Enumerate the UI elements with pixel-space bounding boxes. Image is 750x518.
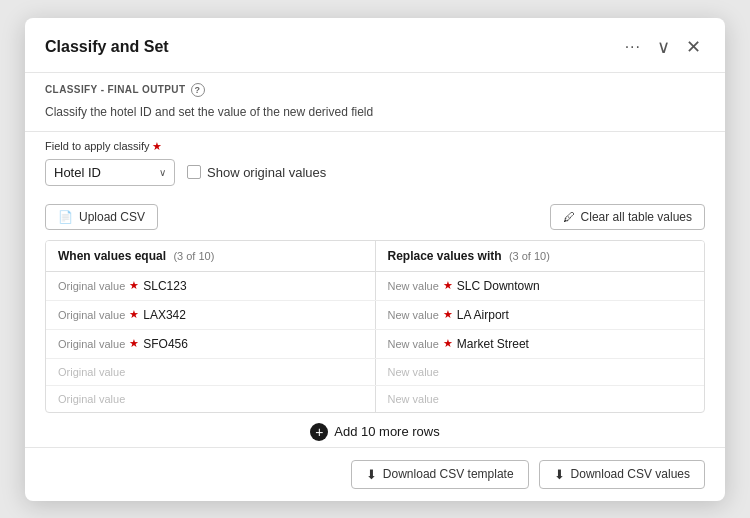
orig-value: SFO456 <box>143 337 188 351</box>
field-section: Field to apply classify ★ Hotel ID ∨ Sho… <box>25 131 725 194</box>
col2-header: Replace values with (3 of 10) <box>376 241 705 271</box>
orig-value: LAX342 <box>143 308 186 322</box>
table-row: Original value★SLC123New value★SLC Downt… <box>46 272 704 301</box>
subtitle-row: CLASSIFY - FINAL OUTPUT ? <box>25 73 725 101</box>
col1-header: When values equal (3 of 10) <box>46 241 376 271</box>
new-label: New value <box>388 280 439 292</box>
orig-value: SLC123 <box>143 279 186 293</box>
upload-icon: 📄 <box>58 210 73 224</box>
new-required: ★ <box>443 308 453 321</box>
original-value-cell[interactable]: Original value <box>46 386 376 412</box>
clear-table-button[interactable]: 🖊 Clear all table values <box>550 204 705 230</box>
table-row: Original value★LAX342New value★LA Airpor… <box>46 301 704 330</box>
original-value-cell[interactable]: Original value★LAX342 <box>46 301 376 329</box>
orig-required: ★ <box>129 279 139 292</box>
download-values-icon: ⬇ <box>554 467 565 482</box>
show-original-label[interactable]: Show original values <box>187 165 326 180</box>
new-value-cell[interactable]: New value★Market Street <box>376 330 705 358</box>
download-template-button[interactable]: ⬇ Download CSV template <box>351 460 529 489</box>
download-values-button[interactable]: ⬇ Download CSV values <box>539 460 705 489</box>
select-chevron-icon: ∨ <box>159 167 166 178</box>
add-rows-row[interactable]: + Add 10 more rows <box>45 413 705 447</box>
orig-label-empty: Original value <box>58 393 125 405</box>
eraser-icon: 🖊 <box>563 210 575 224</box>
new-value-cell[interactable]: New value <box>376 359 705 385</box>
required-star: ★ <box>152 140 162 153</box>
classify-table: When values equal (3 of 10) Replace valu… <box>45 240 705 413</box>
new-value-cell[interactable]: New value <box>376 386 705 412</box>
table-section: 📄 Upload CSV 🖊 Clear all table values Wh… <box>25 194 725 447</box>
new-required: ★ <box>443 337 453 350</box>
upload-csv-button[interactable]: 📄 Upload CSV <box>45 204 158 230</box>
more-icon: ··· <box>625 38 641 56</box>
help-icon[interactable]: ? <box>191 83 205 97</box>
table-row: Original valueNew value <box>46 359 704 386</box>
original-value-cell[interactable]: Original value★SFO456 <box>46 330 376 358</box>
more-options-button[interactable]: ··· <box>621 36 645 58</box>
new-value: SLC Downtown <box>457 279 540 293</box>
new-value: LA Airport <box>457 308 509 322</box>
add-icon: + <box>310 423 328 441</box>
field-controls: Hotel ID ∨ Show original values <box>45 159 705 186</box>
field-label: Field to apply classify ★ <box>45 140 705 153</box>
new-value-cell[interactable]: New value★LA Airport <box>376 301 705 329</box>
orig-required: ★ <box>129 337 139 350</box>
select-value: Hotel ID <box>54 165 151 180</box>
new-value: Market Street <box>457 337 529 351</box>
orig-required: ★ <box>129 308 139 321</box>
dialog-footer: ⬇ Download CSV template ⬇ Download CSV v… <box>25 447 725 501</box>
close-button[interactable]: ✕ <box>682 34 705 60</box>
chevron-down-icon: ∨ <box>657 36 670 58</box>
table-row: Original valueNew value <box>46 386 704 412</box>
collapse-button[interactable]: ∨ <box>653 34 674 60</box>
table-header: When values equal (3 of 10) Replace valu… <box>46 241 704 272</box>
new-value-cell[interactable]: New value★SLC Downtown <box>376 272 705 300</box>
original-value-cell[interactable]: Original value★SLC123 <box>46 272 376 300</box>
classify-label: CLASSIFY - FINAL OUTPUT ? <box>45 83 705 97</box>
new-label-empty: New value <box>388 393 439 405</box>
show-original-checkbox[interactable] <box>187 165 201 179</box>
new-label: New value <box>388 309 439 321</box>
header-actions: ··· ∨ ✕ <box>621 34 705 60</box>
upload-clear-row: 📄 Upload CSV 🖊 Clear all table values <box>45 204 705 230</box>
field-select[interactable]: Hotel ID ∨ <box>45 159 175 186</box>
orig-label: Original value <box>58 309 125 321</box>
new-label: New value <box>388 338 439 350</box>
close-icon: ✕ <box>686 36 701 58</box>
dialog-description: Classify the hotel ID and set the value … <box>25 101 725 131</box>
download-template-icon: ⬇ <box>366 467 377 482</box>
orig-label-empty: Original value <box>58 366 125 378</box>
new-required: ★ <box>443 279 453 292</box>
dialog-title: Classify and Set <box>45 38 169 56</box>
new-label-empty: New value <box>388 366 439 378</box>
orig-label: Original value <box>58 338 125 350</box>
table-body: Original value★SLC123New value★SLC Downt… <box>46 272 704 412</box>
orig-label: Original value <box>58 280 125 292</box>
original-value-cell[interactable]: Original value <box>46 359 376 385</box>
table-row: Original value★SFO456New value★Market St… <box>46 330 704 359</box>
dialog-header: Classify and Set ··· ∨ ✕ <box>25 18 725 73</box>
classify-dialog: Classify and Set ··· ∨ ✕ CLASSIFY - FINA… <box>25 18 725 501</box>
